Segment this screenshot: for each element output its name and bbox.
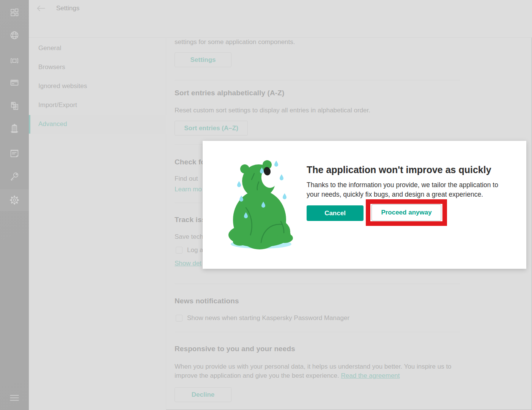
sad-bear-illustration: [224, 159, 298, 250]
kaspersky-password-manager-window: Settings General Browsers Ignored websit…: [0, 0, 532, 410]
proceed-anyway-button[interactable]: Proceed anyway: [371, 204, 441, 221]
dialog-title: The application won't improve as quickly: [307, 164, 491, 175]
telemetry-warning-dialog: The application won't improve as quickly…: [203, 141, 526, 269]
dialog-body: Thanks to the information you provide, w…: [307, 180, 512, 199]
cancel-button[interactable]: Cancel: [307, 205, 364, 221]
red-highlight-annotation: Proceed anyway: [366, 199, 447, 226]
